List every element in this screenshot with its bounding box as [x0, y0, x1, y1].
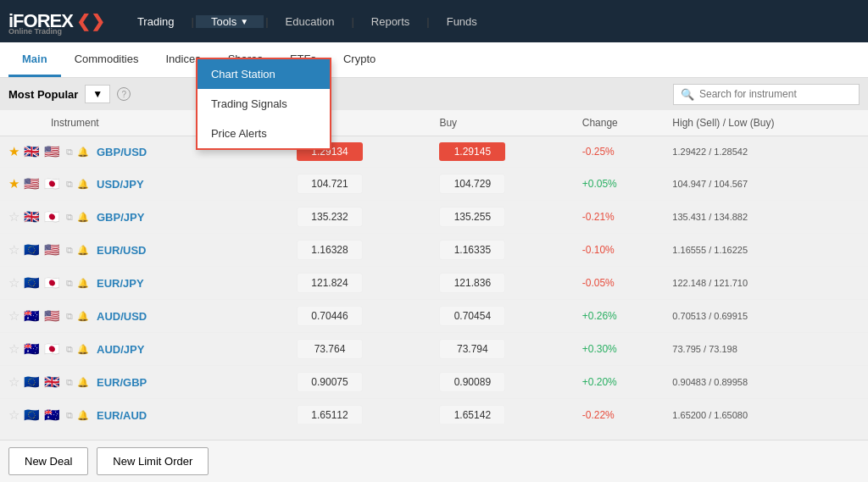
dropdown-trading-signals[interactable]: Trading Signals	[198, 89, 330, 119]
change-cell: -0.05%	[574, 267, 665, 300]
buy-cell[interactable]: 73.794	[431, 333, 573, 366]
instruments-table: Instrument Sell Buy Change High (Sell) /…	[0, 110, 868, 424]
sell-cell[interactable]: 121.824	[288, 267, 431, 300]
instrument-name[interactable]: AUD/USD	[97, 310, 147, 323]
sell-value[interactable]: 0.70446	[297, 306, 363, 326]
bell-icon[interactable]: 🔔	[77, 410, 89, 421]
favorite-star[interactable]: ★	[8, 144, 19, 159]
sell-cell[interactable]: 1.16328	[288, 234, 431, 267]
new-deal-button[interactable]: New Deal	[8, 447, 88, 475]
instrument-name[interactable]: GBP/USD	[97, 146, 147, 158]
buy-value[interactable]: 0.70454	[439, 306, 505, 326]
subnav-crypto[interactable]: Crypto	[330, 42, 389, 77]
instrument-name[interactable]: EUR/JPY	[97, 277, 144, 290]
buy-cell[interactable]: 104.729	[431, 168, 573, 201]
sell-value[interactable]: 1.65112	[297, 405, 363, 424]
sell-value[interactable]: 121.824	[297, 273, 363, 293]
sell-cell[interactable]: 73.764	[288, 333, 431, 366]
logo: iFOREX ❮❯ Online Trading	[8, 10, 105, 32]
nav-funds[interactable]: Funds	[431, 0, 492, 42]
expand-icon[interactable]: ⧉	[66, 179, 73, 190]
buy-value[interactable]: 1.16335	[439, 240, 505, 260]
buy-cell[interactable]: 1.29145	[431, 136, 573, 168]
nav-education[interactable]: Education	[270, 0, 350, 42]
sell-cell[interactable]: 0.90075	[288, 366, 431, 399]
buy-value[interactable]: 0.90089	[439, 372, 505, 392]
favorite-star[interactable]: ☆	[8, 275, 19, 291]
sell-value[interactable]: 73.764	[297, 339, 363, 359]
flag2-icon: 🇯🇵	[44, 176, 60, 191]
instrument-name[interactable]: EUR/AUD	[97, 409, 147, 422]
bell-icon[interactable]: 🔔	[77, 179, 89, 190]
buy-value[interactable]: 135.255	[439, 207, 505, 227]
sell-cell[interactable]: 104.721	[288, 168, 431, 201]
instrument-name[interactable]: USD/JPY	[97, 178, 144, 191]
expand-icon[interactable]: ⧉	[66, 212, 73, 223]
bell-icon[interactable]: 🔔	[77, 212, 89, 223]
tools-wrapper: Tools ▼ Chart Station Trading Signals Pr…	[196, 15, 264, 28]
dropdown-chart-station[interactable]: Chart Station	[198, 59, 330, 89]
info-icon[interactable]: ?	[117, 87, 131, 101]
expand-icon[interactable]: ⧉	[66, 410, 73, 421]
expand-icon[interactable]: ⧉	[66, 311, 73, 322]
subnav-main[interactable]: Main	[8, 42, 61, 77]
sell-value[interactable]: 135.232	[297, 207, 363, 227]
buy-value[interactable]: 121.836	[439, 273, 505, 293]
expand-icon[interactable]: ⧉	[66, 344, 73, 355]
high-low-cell: 1.16555 / 1.16225	[664, 234, 868, 267]
instrument-name[interactable]: EUR/GBP	[97, 376, 147, 389]
buy-value[interactable]: 1.29145	[439, 142, 505, 161]
sell-value[interactable]: 1.16328	[297, 240, 363, 260]
flag1-icon: 🇬🇧	[24, 209, 40, 224]
bell-icon[interactable]: 🔔	[77, 377, 89, 388]
search-input[interactable]	[699, 88, 852, 100]
buy-cell[interactable]: 121.836	[431, 267, 573, 300]
bottom-bar: New Deal New Limit Order	[0, 440, 868, 482]
sell-cell[interactable]: 135.232	[288, 201, 431, 234]
buy-cell[interactable]: 0.70454	[431, 300, 573, 333]
sell-cell[interactable]: 0.70446	[288, 300, 431, 333]
sell-value[interactable]: 0.90075	[297, 372, 363, 392]
new-limit-order-button[interactable]: New Limit Order	[97, 447, 209, 475]
buy-cell[interactable]: 135.255	[431, 201, 573, 234]
expand-icon[interactable]: ⧉	[66, 245, 73, 256]
top-nav-bar: iFOREX ❮❯ Online Trading Trading | Tools…	[0, 0, 868, 42]
instrument-name[interactable]: EUR/USD	[97, 244, 147, 257]
favorite-star[interactable]: ☆	[8, 242, 19, 258]
bell-icon[interactable]: 🔔	[77, 147, 89, 158]
sub-nav: Main Commodities Indices Shares ETFs Cry…	[0, 42, 868, 78]
favorite-star[interactable]: ☆	[8, 308, 19, 324]
expand-icon[interactable]: ⧉	[66, 147, 73, 158]
most-popular-dropdown[interactable]: ▼	[85, 85, 110, 103]
buy-cell[interactable]: 0.90089	[431, 366, 573, 399]
nav-reports[interactable]: Reports	[356, 0, 426, 42]
bell-icon[interactable]: 🔔	[77, 278, 89, 289]
favorite-star[interactable]: ★	[8, 176, 19, 191]
favorite-star[interactable]: ☆	[8, 209, 19, 224]
nav-tools[interactable]: Tools ▼	[196, 15, 264, 28]
flag1-icon: 🇬🇧	[24, 144, 40, 159]
sell-value[interactable]: 104.721	[297, 174, 363, 194]
bell-icon[interactable]: 🔔	[77, 311, 89, 322]
buy-cell[interactable]: 1.65142	[431, 399, 573, 424]
sell-cell[interactable]: 1.65112	[288, 399, 431, 424]
bell-icon[interactable]: 🔔	[77, 344, 89, 355]
search-box[interactable]: 🔍	[673, 84, 860, 105]
flag1-icon: 🇪🇺	[24, 374, 40, 390]
buy-value[interactable]: 73.794	[439, 339, 505, 359]
favorite-star[interactable]: ☆	[8, 374, 19, 390]
buy-value[interactable]: 104.729	[439, 174, 505, 194]
instrument-name[interactable]: GBP/JPY	[97, 211, 144, 224]
subnav-commodities[interactable]: Commodities	[61, 42, 153, 77]
instrument-name[interactable]: AUD/JPY	[97, 343, 144, 356]
nav-trading[interactable]: Trading	[122, 0, 190, 42]
instruments-table-container[interactable]: Instrument Sell Buy Change High (Sell) /…	[0, 110, 868, 424]
buy-cell[interactable]: 1.16335	[431, 234, 573, 267]
favorite-star[interactable]: ☆	[8, 341, 19, 357]
favorite-star[interactable]: ☆	[8, 407, 19, 423]
buy-value[interactable]: 1.65142	[439, 405, 505, 424]
bell-icon[interactable]: 🔔	[77, 245, 89, 256]
expand-icon[interactable]: ⧉	[66, 278, 73, 289]
dropdown-price-alerts[interactable]: Price Alerts	[198, 119, 330, 148]
expand-icon[interactable]: ⧉	[66, 377, 73, 388]
